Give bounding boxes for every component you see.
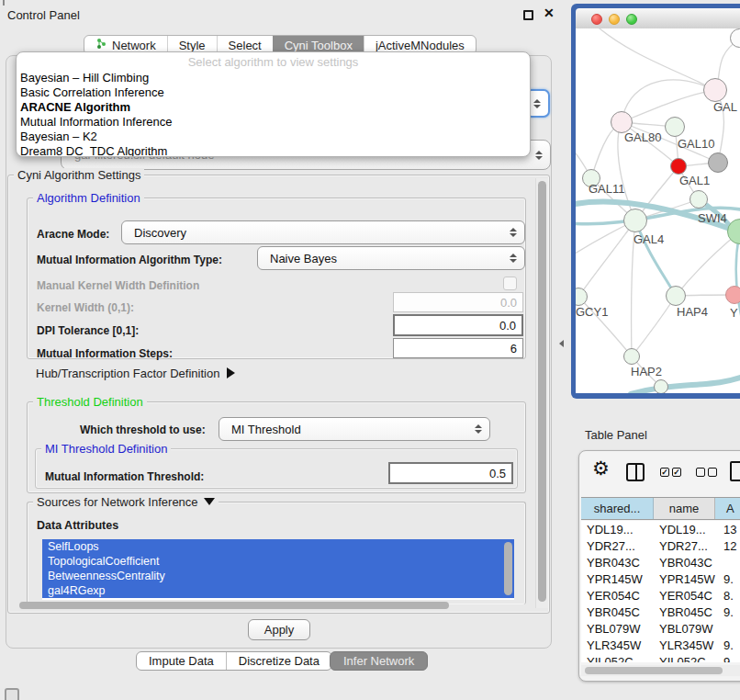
kernel-width-field[interactable]: 0.0 bbox=[393, 292, 523, 312]
tab-impute-data[interactable]: Impute Data bbox=[137, 652, 226, 670]
which-threshold-combo[interactable]: MI Threshold bbox=[219, 417, 490, 441]
attributes-scrollbar[interactable] bbox=[503, 541, 513, 598]
cyni-algorithm-settings-group: Cyni Algorithm Settings Algorithm Defini… bbox=[7, 175, 550, 614]
minimize-traffic-light-icon[interactable] bbox=[609, 14, 620, 25]
scrollbar-thumb[interactable] bbox=[19, 602, 449, 609]
combo-arrows-icon bbox=[535, 151, 542, 160]
scrollbar-thumb[interactable] bbox=[504, 542, 512, 595]
kernel-width-value: 0.0 bbox=[500, 296, 517, 310]
attribute-item-selected[interactable]: TopologicalCoefficient bbox=[42, 554, 514, 569]
dpi-tolerance-field[interactable]: 0.0 bbox=[393, 314, 523, 336]
cell-shared: YBR045C bbox=[581, 605, 654, 619]
close-traffic-light-icon[interactable] bbox=[591, 14, 602, 25]
apply-button-label: Apply bbox=[264, 623, 295, 637]
show-checked-columns-icon[interactable]: ✓ ✓ bbox=[660, 468, 681, 477]
attribute-item-selected[interactable]: SelfLoops bbox=[42, 539, 514, 554]
attribute-item-selected[interactable]: BetweennessCentrality bbox=[42, 569, 514, 583]
table-row[interactable]: YBR043CYBR043C bbox=[581, 554, 740, 570]
mi-threshold-value: 0.5 bbox=[489, 467, 506, 480]
tab-discretize-data[interactable]: Discretize Data bbox=[226, 652, 331, 670]
bottom-corner-icon[interactable] bbox=[5, 688, 19, 700]
table-row[interactable]: YDR27...YDR27...12 bbox=[581, 537, 740, 554]
network-node[interactable] bbox=[665, 117, 685, 137]
table-row[interactable]: YIL052CYIL052C9 bbox=[581, 653, 740, 662]
zoom-traffic-light-icon[interactable] bbox=[626, 14, 637, 25]
scrollbar-thumb[interactable] bbox=[585, 667, 723, 674]
column-header-name[interactable]: name bbox=[654, 498, 715, 519]
table-row[interactable]: YBL079WYBL079W bbox=[581, 620, 740, 637]
settings-vertical-scrollbar[interactable] bbox=[535, 178, 548, 608]
settings-horizontal-scrollbar[interactable] bbox=[12, 601, 537, 610]
network-canvas[interactable]: GAL GAL80 GAL10 GAL1 GAL11 GAL4 SWI4 GCY… bbox=[576, 28, 740, 393]
hub-tf-definition-toggle[interactable]: Hub/Transcription Factor Definition bbox=[36, 367, 235, 380]
cell-value: 9. bbox=[715, 572, 740, 586]
dropdown-item-selected[interactable]: ARACNE Algorithm bbox=[17, 100, 530, 115]
table-row[interactable]: YBR045CYBR045C9. bbox=[581, 604, 740, 620]
network-node[interactable] bbox=[725, 286, 740, 304]
mi-type-label: Mutual Information Algorithm Type: bbox=[37, 254, 222, 266]
node-label: GAL11 bbox=[589, 182, 625, 196]
threshold-definition-title: Threshold Definition bbox=[33, 395, 147, 409]
float-window-icon[interactable] bbox=[523, 10, 533, 20]
splitter-collapse-icon[interactable] bbox=[559, 340, 564, 347]
scrollbar-thumb[interactable] bbox=[538, 181, 546, 602]
combo-arrows-icon bbox=[475, 424, 481, 434]
node-label: GAL10 bbox=[678, 137, 714, 151]
dropdown-placeholder: Select algorithm to view settings bbox=[17, 55, 530, 71]
mi-type-combo[interactable]: Naive Bayes bbox=[257, 246, 525, 270]
network-node[interactable] bbox=[703, 78, 727, 102]
column-header-partial[interactable]: A bbox=[715, 498, 740, 519]
manual-kernel-checkbox[interactable] bbox=[503, 277, 517, 290]
dropdown-item[interactable]: Bayesian – Hill Climbing bbox=[17, 71, 530, 85]
sources-group-title[interactable]: Sources for Network Inference bbox=[33, 495, 219, 509]
node-label: SWI4 bbox=[698, 211, 727, 225]
collapsed-arrow-icon bbox=[227, 367, 235, 378]
aracne-mode-combo[interactable]: Discovery bbox=[121, 220, 525, 244]
close-icon[interactable]: ✕ bbox=[544, 6, 555, 20]
node-label: GAL1 bbox=[679, 174, 710, 187]
document-icon[interactable] bbox=[730, 461, 740, 481]
tab-label: jActiveMNodules bbox=[376, 39, 465, 52]
network-node-gal1[interactable] bbox=[690, 190, 708, 209]
network-node-selected-red[interactable] bbox=[670, 158, 687, 175]
node-label: GCY1 bbox=[576, 305, 608, 319]
gear-icon[interactable]: ⚙ bbox=[592, 457, 610, 480]
network-node-gal4[interactable] bbox=[623, 209, 647, 232]
dpi-tolerance-value: 0.0 bbox=[499, 319, 516, 333]
dropdown-item[interactable]: Basic Correlation Inference bbox=[17, 85, 530, 100]
mi-threshold-field[interactable]: 0.5 bbox=[388, 462, 513, 484]
network-node-hap4[interactable] bbox=[666, 286, 686, 306]
tab-infer-network[interactable]: Infer Network bbox=[330, 651, 428, 671]
mi-steps-field[interactable]: 6 bbox=[393, 338, 523, 358]
network-node-gal10[interactable] bbox=[708, 152, 728, 173]
attribute-item-selected[interactable]: gal4RGexp bbox=[42, 583, 514, 598]
hide-unchecked-columns-icon[interactable] bbox=[696, 468, 717, 477]
combo-arrows-icon bbox=[533, 99, 540, 108]
combo-arrows-icon bbox=[510, 254, 516, 263]
table-row[interactable]: YPR145WYPR145W9. bbox=[581, 570, 740, 587]
tab-label: Select bbox=[229, 39, 262, 52]
table-panel-title: Table Panel bbox=[585, 428, 647, 442]
threshold-definition-group: Threshold Definition Which threshold to … bbox=[27, 401, 526, 493]
control-panel-title: Control Panel bbox=[7, 8, 80, 22]
table-row[interactable]: YDL19...YDL19...13 bbox=[581, 521, 740, 537]
table-row[interactable]: YLR345WYLR345W9. bbox=[581, 637, 740, 653]
apply-button[interactable]: Apply bbox=[248, 619, 310, 640]
network-node-hap2[interactable] bbox=[623, 348, 640, 365]
which-threshold-label: Which threshold to use: bbox=[80, 423, 206, 436]
which-threshold-value: MI Threshold bbox=[231, 423, 301, 436]
dropdown-item[interactable]: Bayesian – K2 bbox=[17, 130, 530, 144]
column-header-shared-name[interactable]: shared... bbox=[581, 498, 654, 519]
mi-steps-value: 6 bbox=[510, 342, 517, 356]
table-body: YDL19...YDL19...13 YDR27...YDR27...12 YB… bbox=[581, 521, 740, 662]
dropdown-item[interactable]: Mutual Information Inference bbox=[17, 115, 530, 130]
split-view-icon[interactable] bbox=[626, 463, 645, 481]
table-horizontal-scrollbar[interactable] bbox=[581, 665, 740, 676]
dropdown-item[interactable]: Dream8 DC_TDC Algorithm bbox=[17, 144, 530, 157]
cell-name: YBR043C bbox=[654, 556, 715, 570]
table-row[interactable]: YER054CYER054C8. bbox=[581, 587, 740, 604]
network-node[interactable] bbox=[654, 379, 668, 393]
expanded-arrow-icon bbox=[204, 498, 215, 505]
cell-value: 9. bbox=[715, 638, 740, 652]
mi-threshold-group: MI Threshold Definition Mutual Informati… bbox=[35, 448, 518, 489]
